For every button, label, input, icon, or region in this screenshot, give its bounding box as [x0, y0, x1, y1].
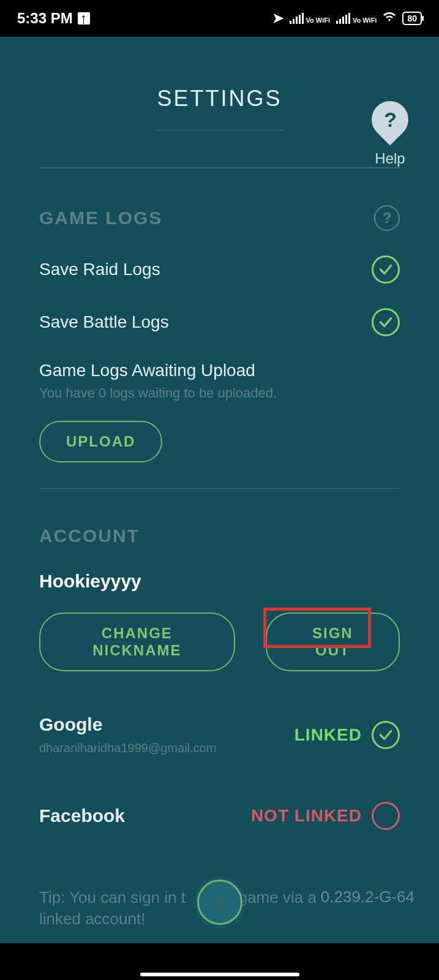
checkmark-icon	[378, 262, 394, 277]
gesture-bar	[140, 973, 299, 976]
battery-indicator: 80	[402, 12, 422, 25]
upload-indicator-icon: ↑	[78, 12, 90, 24]
signal-2: Vo WiFi	[336, 13, 377, 24]
change-nickname-button[interactable]: CHANGE NICKNAME	[39, 612, 235, 671]
game-logs-header: GAME LOGS ?	[39, 205, 400, 231]
account-nickname: Hookieyyyy	[39, 571, 400, 592]
not-linked-text: NOT LINKED	[251, 806, 362, 826]
vowifi-label-2: Vo WiFi	[353, 17, 377, 24]
sign-out-button[interactable]: SIGN OUT	[266, 612, 400, 671]
version-text: 0.239.2-G-64	[321, 888, 415, 907]
google-status: LINKED	[295, 721, 400, 749]
settings-screen: SETTINGS ? Help GAME LOGS ? Save Raid Lo…	[0, 37, 439, 943]
close-button[interactable]: ✕	[197, 880, 242, 925]
status-time: 5:33 PM	[17, 10, 73, 27]
google-email: dharaniharidha1999@gmail.com	[39, 741, 216, 755]
status-left: 5:33 PM ↑	[17, 10, 90, 27]
sign-out-wrap: SIGN OUT	[266, 612, 400, 671]
status-bar: 5:33 PM ↑ ➤ Vo WiFi Vo WiFi 80	[0, 0, 439, 37]
title-underline	[156, 130, 284, 130]
facebook-label: Facebook	[39, 805, 125, 826]
location-icon: ➤	[272, 10, 283, 26]
save-battle-logs-row[interactable]: Save Battle Logs	[39, 308, 400, 336]
game-logs-title: GAME LOGS	[39, 208, 162, 228]
help-button[interactable]: ? Help	[372, 101, 408, 167]
google-row[interactable]: Google dharaniharidha1999@gmail.com LINK…	[39, 714, 400, 755]
tip-segment: linked account!	[39, 910, 145, 928]
question-mark-icon: ?	[384, 108, 397, 132]
wifi-icon	[383, 12, 396, 26]
divider	[39, 167, 400, 168]
save-raid-logs-toggle[interactable]	[372, 255, 400, 284]
help-bubble-icon: ?	[364, 94, 416, 146]
account-header: ACCOUNT	[39, 526, 400, 546]
vowifi-label-1: Vo WiFi	[306, 17, 330, 24]
facebook-row[interactable]: Facebook NOT LINKED	[39, 802, 400, 830]
save-raid-logs-label: Save Raid Logs	[39, 260, 160, 279]
divider	[39, 488, 400, 489]
tip-segment: Tip: You can sign in t	[39, 888, 186, 907]
content: GAME LOGS ? Save Raid Logs Save Battle L…	[0, 167, 439, 830]
checkmark-icon	[378, 727, 394, 743]
save-battle-logs-toggle[interactable]	[372, 308, 400, 336]
checkmark-icon	[378, 314, 394, 330]
game-logs-help-icon[interactable]: ?	[374, 205, 400, 231]
google-linked-icon	[372, 721, 400, 749]
linked-text: LINKED	[295, 725, 362, 745]
account-title: ACCOUNT	[39, 526, 140, 546]
awaiting-upload-block: Game Logs Awaiting Upload You have 0 log…	[39, 361, 400, 401]
help-label: Help	[372, 150, 408, 167]
facebook-unlinked-icon	[372, 802, 400, 830]
account-buttons: CHANGE NICKNAME SIGN OUT	[39, 612, 400, 671]
save-battle-logs-label: Save Battle Logs	[39, 312, 169, 332]
save-raid-logs-row[interactable]: Save Raid Logs	[39, 255, 400, 284]
upload-button[interactable]: UPLOAD	[39, 421, 162, 462]
header: SETTINGS ? Help	[0, 37, 439, 130]
google-label: Google	[39, 714, 216, 735]
signal-1: Vo WiFi	[290, 13, 330, 24]
awaiting-upload-title: Game Logs Awaiting Upload	[39, 361, 400, 380]
tip-segment: game via a	[239, 888, 317, 907]
facebook-status: NOT LINKED	[251, 802, 400, 830]
awaiting-upload-sub: You have 0 logs waiting to be uploaded.	[39, 385, 400, 401]
close-icon: ✕	[211, 890, 228, 914]
status-right: ➤ Vo WiFi Vo WiFi 80	[272, 10, 422, 26]
